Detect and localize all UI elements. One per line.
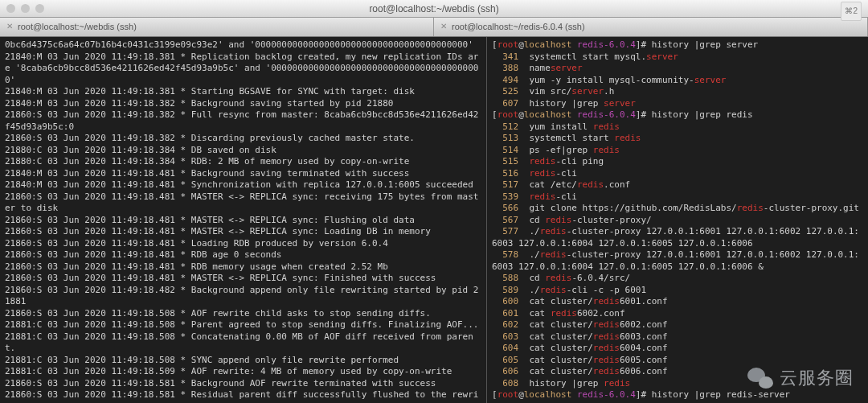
history-line: 577 ./redis-cluster-proxy 127.0.0.1:6001… [492, 226, 863, 249]
watermark-text: 云服务圈 [780, 372, 854, 384]
prompt-line[interactable]: [root@localhost redis-6.0.4]# history |g… [492, 109, 863, 121]
log-line: 0bc6d4375c6a64c07b16b4c0431c3199e09c93e2… [5, 39, 481, 51]
tab-label: root@localhost:~/webdis (ssh) [18, 21, 137, 33]
tab-bar: ✕ root@localhost:~/webdis (ssh) ✕ root@l… [0, 18, 868, 37]
history-line: 588 cd redis-6.0.4/src/ [492, 273, 863, 285]
log-line: 21840:M 03 Jun 2020 11:49:18.381 * Start… [5, 86, 481, 98]
history-line: 601 cat redis6002.conf [492, 308, 863, 320]
history-line: 607 history |grep server [492, 98, 863, 110]
history-line: 605 cat cluster/redis6005.conf [492, 355, 863, 367]
log-line: 21840:M 03 Jun 2020 11:49:18.382 * Backg… [5, 98, 481, 110]
log-line: 21881:C 03 Jun 2020 11:49:18.508 * SYNC … [5, 355, 481, 367]
close-icon[interactable]: ✕ [6, 21, 13, 33]
tab-redis[interactable]: ✕ root@localhost:~/redis-6.0.4 (ssh) [434, 18, 868, 36]
history-line: 602 cat cluster/redis6002.conf [492, 319, 863, 331]
tab-label: root@localhost:~/redis-6.0.4 (ssh) [452, 21, 585, 33]
log-line: 21860:S 03 Jun 2020 11:49:18.481 * MASTE… [5, 191, 481, 215]
log-line: 21880:C 03 Jun 2020 11:49:18.384 * DB sa… [5, 145, 481, 157]
wechat-icon [747, 368, 773, 389]
history-line: 514 ps -ef|grep redis [492, 145, 863, 157]
log-line: 21860:S 03 Jun 2020 11:49:18.481 * RDB m… [5, 261, 481, 273]
traffic-light-close-icon[interactable] [6, 4, 15, 13]
history-line: 589 ./redis-cli -c -p 6001 [492, 285, 863, 297]
window-title: root@localhost:~/webdis (ssh) [369, 3, 498, 14]
watermark: 云服务圈 [747, 368, 854, 389]
log-line: 21880:C 03 Jun 2020 11:49:18.384 * RDB: … [5, 156, 481, 168]
tab-webdis[interactable]: ✕ root@localhost:~/webdis (ssh) [0, 18, 434, 36]
history-line: 517 cat /etc/redis.conf [492, 179, 863, 191]
log-line: 21881:C 03 Jun 2020 11:49:18.509 * AOF r… [5, 366, 481, 378]
history-line: 578 ./redis-cluster-proxy 127.0.0.1:6001… [492, 249, 863, 273]
log-line: 21860:S 03 Jun 2020 11:49:18.382 * Disca… [5, 133, 481, 145]
log-line: 21881:C 03 Jun 2020 11:49:18.508 * Paren… [5, 319, 481, 331]
prompt-line[interactable]: [root@localhost redis-6.0.4]# history |g… [492, 39, 863, 51]
history-line: 516 redis-cli [492, 168, 863, 180]
history-line: 604 cat cluster/redis6004.conf [492, 343, 863, 355]
history-line: 600 cat cluster/redis6001.conf [492, 296, 863, 308]
history-line: 515 redis-cli ping [492, 156, 863, 168]
log-line: 21840:M 03 Jun 2020 11:49:18.481 * Synch… [5, 179, 481, 191]
history-line: 566 git clone https://github.com/RedisLa… [492, 203, 863, 215]
log-line: 21840:M 03 Jun 2020 11:49:18.381 * Repli… [5, 51, 481, 87]
log-line: 21860:S 03 Jun 2020 11:49:18.508 * AOF r… [5, 308, 481, 320]
log-line: 21840:M 03 Jun 2020 11:49:18.481 * Backg… [5, 168, 481, 180]
split-panes: 0bc6d4375c6a64c07b16b4c0431c3199e09c93e2… [0, 37, 868, 403]
history-line: 603 cat cluster/redis6003.conf [492, 331, 863, 343]
log-line: 21860:S 03 Jun 2020 11:49:18.382 * Full … [5, 109, 481, 133]
terminal-left[interactable]: 0bc6d4375c6a64c07b16b4c0431c3199e09c93e2… [0, 37, 487, 403]
window-title-bar: root@localhost:~/webdis (ssh) ⌘2 [0, 0, 868, 18]
log-line: 21860:S 03 Jun 2020 11:49:18.481 * MASTE… [5, 215, 481, 227]
log-line: 21860:S 03 Jun 2020 11:49:18.481 * Loadi… [5, 238, 481, 250]
log-line: 21860:S 03 Jun 2020 11:49:18.481 * MASTE… [5, 226, 481, 238]
log-line: 21860:S 03 Jun 2020 11:49:18.581 * Resid… [5, 389, 481, 403]
log-line: 21860:S 03 Jun 2020 11:49:18.581 * Backg… [5, 378, 481, 390]
history-line: 388 nameserver [492, 63, 863, 75]
traffic-light-zoom-icon[interactable] [35, 4, 44, 13]
history-line: 494 yum -y install mysql-community-serve… [492, 75, 863, 87]
log-line: 21860:S 03 Jun 2020 11:49:18.481 * MASTE… [5, 273, 481, 285]
close-icon[interactable]: ✕ [440, 21, 447, 33]
history-line: 539 redis-cli [492, 191, 863, 204]
log-line: 21860:S 03 Jun 2020 11:49:18.482 * Backg… [5, 285, 481, 308]
history-line: 512 yum install redis [492, 121, 863, 134]
traffic-light-minimize-icon[interactable] [21, 4, 30, 13]
prompt-line[interactable]: [root@localhost redis-6.0.4]# history |g… [492, 389, 863, 401]
history-line: 525 vim src/server.h [492, 86, 863, 98]
log-line: 21881:C 03 Jun 2020 11:49:18.508 * Conca… [5, 331, 481, 355]
log-line: 21860:S 03 Jun 2020 11:49:18.481 * RDB a… [5, 249, 481, 261]
history-line: 567 cd redis-cluster-proxy/ [492, 215, 863, 227]
terminal-right[interactable]: [root@localhost redis-6.0.4]# history |g… [487, 37, 868, 403]
history-line: 513 systemctl start redis [492, 133, 863, 145]
history-line: 341 systemctl start mysql.server [492, 51, 863, 64]
